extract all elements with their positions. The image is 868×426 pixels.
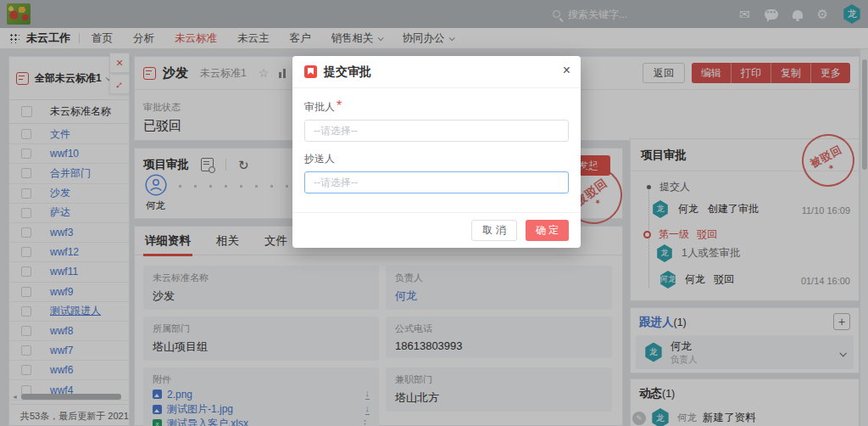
approver-field-group: 审批人* (304, 98, 569, 142)
approver-select[interactable] (304, 120, 569, 142)
modal-footer: 取 消 确 定 (292, 212, 581, 248)
modal-title: 提交审批 (324, 64, 371, 80)
approval-flag-icon (304, 65, 317, 78)
confirm-button[interactable]: 确 定 (526, 220, 569, 241)
required-mark: * (337, 98, 342, 113)
close-icon[interactable]: × (563, 64, 570, 77)
modal-body: 审批人* 抄送人 (292, 88, 581, 204)
cc-select[interactable] (304, 171, 569, 193)
cancel-button[interactable]: 取 消 (471, 220, 516, 241)
modal-header: 提交审批 × (292, 56, 581, 88)
submit-approval-modal: 提交审批 × 审批人* 抄送人 取 消 确 定 (292, 56, 581, 248)
approver-label: 审批人 (304, 101, 335, 113)
cc-label: 抄送人 (304, 153, 335, 165)
cc-field-group: 抄送人 (304, 150, 569, 193)
app: ✉ ⚙ 龙 未云工作 首页 分析 未云标准 未云主 客户 销售相关 协同办公 全… (0, 0, 868, 426)
